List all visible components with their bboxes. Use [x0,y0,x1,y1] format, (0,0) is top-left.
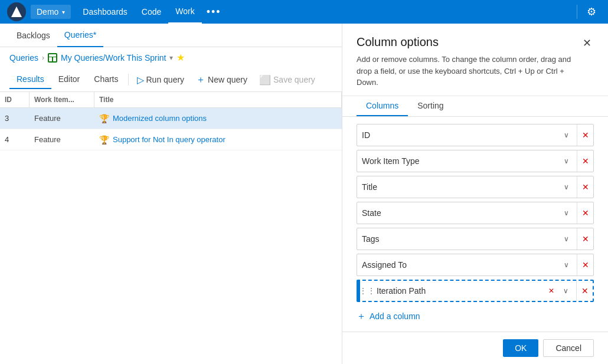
col-header-id[interactable]: ID [0,92,30,107]
cell-title: 🏆 Modernized column options [94,112,342,126]
run-icon: ▷ [137,74,144,86]
subnav-backlogs[interactable]: Backlogs [9,24,57,47]
nav-work[interactable]: Work [168,0,201,24]
column-chevron-icon[interactable]: ∨ [560,155,572,167]
query-toolbar: Results Editor Charts ▷ Run query ＋ New … [0,68,342,92]
tab-charts[interactable]: Charts [87,70,125,89]
project-name: Demo [37,7,58,17]
svg-rect-2 [53,57,56,61]
settings-icon[interactable]: ⚙ [582,3,601,21]
table-row[interactable]: 4 Feature 🏆 Support for Not In query ope… [0,129,342,150]
column-clear-icon[interactable]: ✕ [545,285,557,297]
column-remove-assigned-to[interactable]: ✕ [577,254,593,276]
top-navigation: Demo ▾ Dashboards Code Work ••• ⚙ [0,0,608,24]
project-selector[interactable]: Demo ▾ [31,5,71,19]
cell-type: Feature [30,133,94,146]
query-results-table: ID Work Item... Title 3 Feature 🏆 Modern… [0,92,342,364]
column-chevron-icon[interactable]: ∨ [560,129,572,141]
app-logo [7,2,26,21]
svg-rect-0 [49,54,56,57]
column-select-tags[interactable]: Tags ∨ [357,233,577,245]
column-select-id[interactable]: ID ∨ [357,129,577,141]
column-name-iteration-path: Iteration Path [377,286,543,296]
cell-id: 4 [0,133,30,146]
breadcrumb-chevron-icon[interactable]: ▾ [169,54,173,62]
add-icon: ＋ [357,310,366,323]
column-name-title: Title [362,182,560,192]
col-header-type[interactable]: Work Item... [30,92,94,107]
column-options-panel: Column options Add or remove columns. To… [342,24,608,364]
column-select-work-item-type[interactable]: Work Item Type ∨ [357,155,577,167]
panel-header-content: Column options Add or remove columns. To… [357,35,580,88]
work-item-icon: 🏆 [99,114,109,123]
tab-editor[interactable]: Editor [51,70,87,89]
column-remove-iteration-path[interactable]: ✕ [576,281,593,301]
svg-rect-1 [49,57,52,61]
tab-columns[interactable]: Columns [357,96,408,116]
breadcrumb-root[interactable]: Queries [9,53,38,63]
breadcrumb-separator: › [42,54,44,62]
col-header-title[interactable]: Title [94,92,342,107]
column-chevron-icon[interactable]: ∨ [560,285,571,297]
nav-code[interactable]: Code [135,0,168,24]
table-row[interactable]: 3 Feature 🏆 Modernized column options [0,108,342,129]
column-row-iteration-path: ⋮⋮ Iteration Path ✕ ∨ ✕ [357,280,594,302]
tab-results[interactable]: Results [9,70,51,89]
toolbar-separator [128,74,129,86]
column-remove-title[interactable]: ✕ [577,176,593,198]
column-row-tags: Tags ∨ ✕ [357,228,594,250]
column-select-iteration-path[interactable]: Iteration Path ✕ ∨ [372,285,576,297]
nav-items: Dashboards Code Work ••• [76,0,225,24]
column-chevron-icon[interactable]: ∨ [560,233,572,245]
column-select-assigned-to[interactable]: Assigned To ∨ [357,259,577,271]
run-query-button[interactable]: ▷ Run query [131,70,191,89]
column-remove-state[interactable]: ✕ [577,202,593,224]
column-remove-work-item-type[interactable]: ✕ [577,150,593,172]
column-select-title[interactable]: Title ∨ [357,181,577,193]
nav-more[interactable]: ••• [202,6,226,18]
add-column-button[interactable]: ＋ Add a column [357,306,594,327]
panel-tabs: Columns Sorting [342,96,608,117]
drag-handle-icon[interactable]: ⋮⋮ [360,286,372,296]
left-panel: Backlogs Queries* Queries › My Queries/W… [0,24,342,364]
project-chevron-icon: ▾ [62,9,65,15]
nav-separator [577,5,577,19]
breadcrumb-current[interactable]: My Queries/Work This Sprint [61,53,166,63]
new-query-button[interactable]: ＋ New query [190,70,253,89]
cell-id: 3 [0,112,30,125]
column-remove-id[interactable]: ✕ [577,124,593,146]
save-icon: ⬜ [259,74,271,86]
save-query-button[interactable]: ⬜ Save query [253,70,321,89]
column-row-assigned-to: Assigned To ∨ ✕ [357,254,594,276]
ok-button[interactable]: OK [503,339,538,357]
column-name-work-item-type: Work Item Type [362,156,560,166]
nav-dashboards[interactable]: Dashboards [76,0,135,24]
cell-type: Feature [30,112,94,125]
panel-description: Add or remove columns. To change the col… [357,54,580,88]
add-column-label: Add a column [370,311,420,321]
column-row-title: Title ∨ ✕ [357,176,594,198]
table-header: ID Work Item... Title [0,92,342,108]
close-button[interactable]: ✕ [580,35,594,51]
column-row-state: State ∨ ✕ [357,202,594,224]
subnav-queries[interactable]: Queries* [57,24,103,47]
cancel-button[interactable]: Cancel [543,339,594,357]
plus-icon: ＋ [196,74,205,86]
panel-header: Column options Add or remove columns. To… [342,24,608,96]
work-item-icon: 🏆 [99,135,109,145]
favorite-star-icon[interactable]: ★ [176,52,185,63]
column-row-work-item-type: Work Item Type ∨ ✕ [357,150,594,172]
column-remove-tags[interactable]: ✕ [577,228,593,250]
table-icon [48,53,57,63]
breadcrumb: Queries › My Queries/Work This Sprint ▾ … [0,47,342,68]
column-chevron-icon[interactable]: ∨ [560,181,572,193]
column-chevron-icon[interactable]: ∨ [560,259,572,271]
column-name-assigned-to: Assigned To [362,260,560,270]
column-select-state[interactable]: State ∨ [357,207,577,219]
column-name-id: ID [362,130,560,140]
panel-title: Column options [357,35,580,49]
column-name-state: State [362,208,560,218]
column-chevron-icon[interactable]: ∨ [560,207,572,219]
tab-sorting[interactable]: Sorting [408,96,453,116]
cell-title: 🏆 Support for Not In query operator [94,133,342,147]
